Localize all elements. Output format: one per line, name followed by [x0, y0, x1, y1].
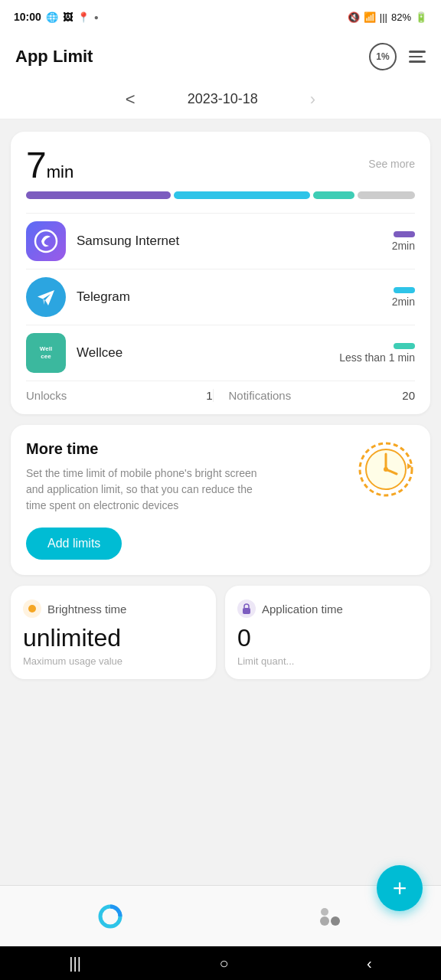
- battery-text: 82%: [391, 11, 411, 23]
- wellcee-icon-text: Wellcee: [40, 345, 52, 360]
- clock-illustration: [355, 439, 416, 500]
- donut-nav-icon: [96, 903, 124, 930]
- wellcee-usage: Less than 1 min: [339, 343, 415, 364]
- nav-item-donut[interactable]: [0, 903, 220, 930]
- app-time-sub: Limit quant...: [237, 655, 418, 667]
- brightness-svg: [26, 603, 38, 615]
- brightness-card-header: Brightness time: [23, 599, 204, 618]
- app-item-samsung: Samsung Internet 2min: [26, 213, 415, 269]
- dot-indicator: ●: [94, 13, 99, 21]
- system-nav-bar: ||| ○ ‹: [0, 946, 441, 980]
- mute-icon: 🔇: [348, 11, 360, 23]
- notifications-stat: Notifications 20: [214, 389, 416, 402]
- app-bar-title: App Limit: [15, 47, 93, 67]
- timer-icon-button[interactable]: 1%: [369, 43, 397, 70]
- notifications-label: Notifications: [229, 389, 292, 402]
- date-navigation: < 2023-10-18 ›: [0, 80, 441, 119]
- samsung-internet-usage: 2min: [392, 231, 415, 252]
- app-time-card: Application time 0 Limit quant...: [225, 586, 430, 679]
- wellcee-label: Wellcee: [77, 345, 339, 361]
- unlocks-stat: Unlocks 1: [26, 389, 214, 402]
- back-button[interactable]: ‹: [348, 949, 390, 978]
- filter-line-3: [409, 60, 426, 63]
- samsung-internet-dot: [394, 231, 415, 237]
- status-left: 10:00 🌐 🖼 📍 ●: [14, 11, 99, 23]
- home-button[interactable]: ○: [201, 949, 247, 978]
- filter-icon-button[interactable]: [409, 51, 426, 63]
- telegram-icon: [26, 277, 66, 317]
- wellcee-icon: Wellcee: [26, 333, 66, 373]
- brightness-icon: [23, 599, 41, 618]
- samsung-internet-label: Samsung Internet: [77, 234, 392, 249]
- telegram-usage: 2min: [392, 287, 415, 308]
- stats-row: Unlocks 1 Notifications 20: [26, 381, 415, 402]
- bar-segment-2: [174, 191, 310, 199]
- usage-time-value: 7: [26, 145, 47, 185]
- status-bar: 10:00 🌐 🖼 📍 ● 🔇 📶 ||| 82% 🔋: [0, 0, 441, 34]
- date-display: 2023-10-18: [188, 91, 258, 107]
- notifications-value: 20: [402, 389, 415, 402]
- app-item-telegram: Telegram 2min: [26, 269, 415, 325]
- app-time-icon: [237, 599, 256, 618]
- status-right: 🔇 📶 ||| 82% 🔋: [348, 11, 427, 23]
- more-time-card: More time Set the time limit of mobile p…: [11, 425, 430, 575]
- svg-point-11: [321, 908, 328, 916]
- usage-header: 7min See more: [26, 147, 415, 184]
- usage-time-display: 7min: [26, 147, 74, 184]
- brightness-sub: Maximum usage value: [23, 655, 204, 667]
- app-item-wellcee: Wellcee Wellcee Less than 1 min: [26, 325, 415, 381]
- main-content: 7min See more Samsung Internet 2mi: [0, 119, 441, 809]
- fab-icon: +: [393, 874, 407, 903]
- filter-line-1: [409, 51, 426, 53]
- gallery-icon: 🖼: [63, 11, 73, 23]
- usage-summary-card: 7min See more Samsung Internet 2mi: [11, 132, 430, 414]
- telegram-label: Telegram: [77, 289, 392, 305]
- samsung-internet-icon: [26, 221, 66, 261]
- usage-time-unit: min: [47, 162, 74, 181]
- more-time-description: Set the time limit of mobile phone's bri…: [26, 466, 271, 514]
- filter-line-2: [409, 56, 423, 58]
- recents-button[interactable]: |||: [51, 949, 100, 978]
- bar-segment-1: [26, 191, 171, 199]
- svg-point-5: [384, 467, 388, 472]
- app-time-label: Application time: [262, 603, 343, 616]
- telegram-time: 2min: [392, 296, 415, 308]
- svg-point-10: [331, 916, 340, 926]
- svg-point-9: [320, 916, 329, 926]
- app-bar: App Limit 1%: [0, 34, 441, 80]
- app-bar-actions: 1%: [369, 43, 426, 70]
- location-icon: 📍: [77, 11, 90, 23]
- see-more-link[interactable]: See more: [368, 158, 415, 170]
- samsung-internet-time: 2min: [392, 240, 415, 252]
- telegram-dot: [394, 287, 415, 293]
- date-back-arrow[interactable]: <: [119, 83, 142, 116]
- status-time: 10:00: [14, 11, 41, 23]
- add-limits-button[interactable]: Add limits: [26, 528, 122, 560]
- dots-nav-icon: [317, 903, 345, 930]
- date-forward-arrow[interactable]: ›: [304, 83, 322, 116]
- timer-icon-label: 1%: [376, 51, 389, 62]
- app-time-value: 0: [237, 624, 418, 652]
- fab-add-button[interactable]: +: [377, 865, 423, 911]
- bottom-cards-row: Brightness time unlimited Maximum usage …: [11, 586, 430, 679]
- brightness-time-card: Brightness time unlimited Maximum usage …: [11, 586, 216, 679]
- more-time-title: More time: [26, 440, 271, 458]
- svg-point-6: [28, 605, 36, 612]
- notification-icon: 🌐: [46, 11, 58, 23]
- more-time-content: More time Set the time limit of mobile p…: [26, 440, 271, 560]
- brightness-label: Brightness time: [47, 603, 126, 616]
- bottom-navigation: [0, 885, 441, 946]
- battery-icon: 🔋: [415, 11, 427, 23]
- bar-segment-3: [313, 191, 354, 199]
- clock-svg: [355, 439, 416, 500]
- unlocks-value: 1: [206, 389, 212, 402]
- bar-segment-4: [358, 191, 415, 199]
- wifi-icon: 📶: [364, 11, 376, 23]
- telegram-svg: [34, 285, 58, 309]
- svg-point-0: [35, 230, 57, 252]
- wellcee-time: Less than 1 min: [339, 351, 415, 364]
- signal-icon: |||: [380, 11, 387, 23]
- brightness-value: unlimited: [23, 624, 204, 652]
- app-time-card-header: Application time: [237, 599, 418, 618]
- samsung-internet-svg: [34, 229, 58, 253]
